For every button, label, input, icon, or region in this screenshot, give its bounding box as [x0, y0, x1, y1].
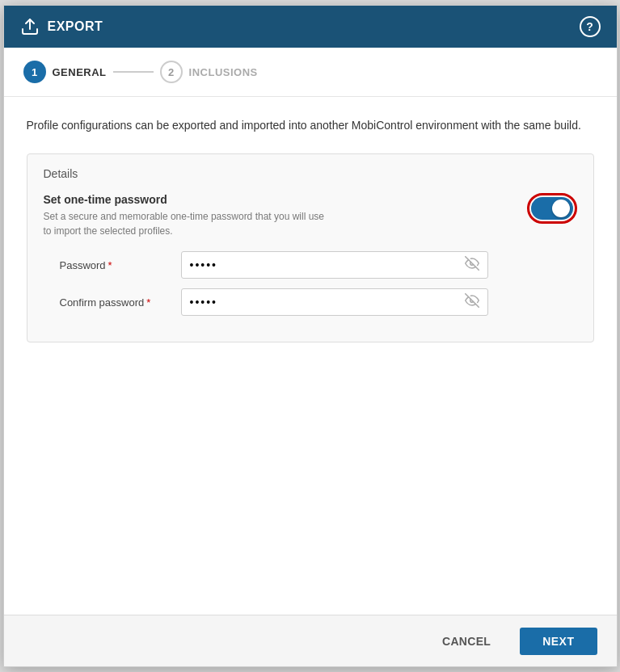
next-button[interactable]: NEXT [520, 628, 597, 655]
step-1-label: GENERAL [53, 66, 107, 78]
step-1-circle: 1 [23, 61, 46, 83]
confirm-password-input-wrapper [181, 288, 488, 316]
confirm-password-visibility-icon[interactable] [457, 293, 487, 311]
step-2-label: INCLUSIONS [189, 66, 258, 78]
details-title: Details [44, 167, 577, 180]
toggle-description: Set a secure and memorable one-time pass… [44, 209, 335, 238]
password-visibility-icon[interactable] [457, 256, 487, 274]
step-2: 2 INCLUSIONS [160, 61, 258, 83]
details-box: Details Set one-time password Set a secu… [27, 153, 594, 342]
step-2-circle: 2 [160, 61, 183, 83]
toggle-row: Set one-time password Set a secure and m… [44, 193, 577, 238]
step-connector [113, 71, 154, 73]
toggle-knob [552, 200, 570, 217]
password-row: Password* [44, 251, 577, 279]
help-button[interactable]: ? [580, 16, 601, 37]
toggle-label: Set one-time password [44, 193, 511, 206]
confirm-password-input[interactable] [182, 289, 457, 315]
toggle-highlight [527, 193, 577, 224]
password-input[interactable] [182, 252, 457, 278]
export-modal: EXPORT ? 1 GENERAL 2 INCLUSIONS Profile … [3, 5, 618, 667]
modal-body: Profile configurations can be exported a… [4, 97, 617, 615]
step-1: 1 GENERAL [23, 61, 107, 83]
toggle-right [527, 193, 577, 224]
confirm-password-required: * [146, 296, 150, 309]
export-icon [20, 17, 40, 36]
steps-bar: 1 GENERAL 2 INCLUSIONS [4, 48, 617, 97]
description-text: Profile configurations can be exported a… [27, 116, 594, 134]
cancel-button[interactable]: CANCEL [423, 628, 510, 655]
confirm-password-row: Confirm password* [44, 288, 577, 316]
password-label: Password* [60, 259, 181, 271]
modal-header: EXPORT ? [4, 6, 617, 48]
toggle-switch[interactable] [531, 197, 573, 220]
password-required: * [108, 259, 112, 271]
password-input-wrapper [181, 251, 488, 279]
modal-title: EXPORT [48, 19, 103, 34]
header-left: EXPORT [20, 17, 103, 36]
confirm-password-label: Confirm password* [60, 296, 181, 309]
toggle-left: Set one-time password Set a secure and m… [44, 193, 511, 238]
modal-footer: CANCEL NEXT [4, 615, 617, 666]
